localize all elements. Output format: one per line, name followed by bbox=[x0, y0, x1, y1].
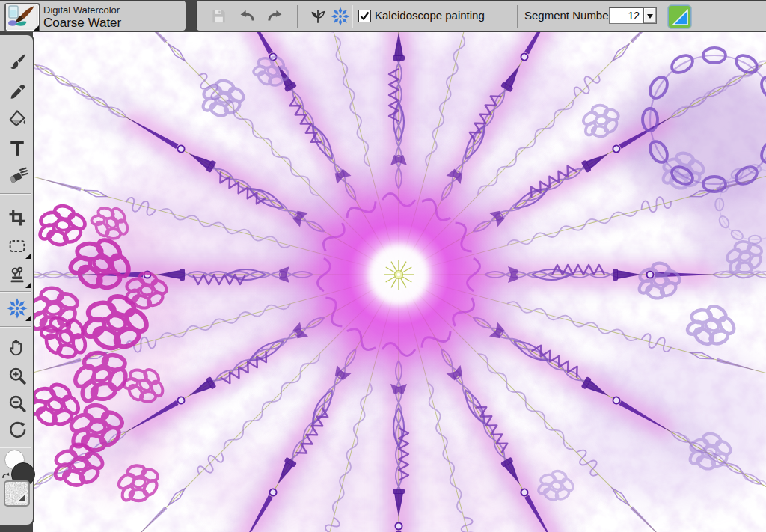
kaleidoscope-tool[interactable] bbox=[7, 298, 28, 319]
pan-hand-tool[interactable] bbox=[7, 337, 28, 358]
separator bbox=[352, 5, 352, 28]
separator bbox=[517, 5, 518, 28]
divider bbox=[0, 291, 31, 292]
color-swatch-corner-icon bbox=[668, 5, 690, 27]
zoom-out-tool[interactable] bbox=[7, 393, 28, 414]
kaleidoscope-icon bbox=[331, 7, 350, 26]
undo-button[interactable] bbox=[237, 7, 257, 26]
zoom-out-icon bbox=[7, 393, 28, 414]
fill-bucket-tool[interactable] bbox=[7, 108, 28, 129]
top-toolbar: Kaleidoscope painting Segment Number: bbox=[196, 0, 766, 31]
zoom-in-tool[interactable] bbox=[7, 365, 28, 386]
rotate-view-icon bbox=[7, 420, 28, 441]
paper-texture-swatch[interactable] bbox=[4, 480, 30, 507]
segment-number-input[interactable] bbox=[609, 7, 643, 24]
paint-application-window: Digital Watercolor Coarse Water bbox=[0, 0, 766, 532]
brush-name-label: Coarse Water bbox=[43, 16, 121, 31]
text-tool-icon bbox=[7, 138, 28, 159]
select-tool[interactable] bbox=[7, 236, 28, 257]
paint-brush-tool[interactable] bbox=[7, 52, 28, 73]
flyout-corner-icon bbox=[34, 25, 39, 31]
color-swatch-button[interactable] bbox=[667, 4, 692, 29]
eraser-icon bbox=[7, 165, 28, 186]
brush-preview-button[interactable] bbox=[4, 3, 40, 32]
save-icon bbox=[209, 7, 228, 26]
stamp-icon bbox=[7, 265, 28, 286]
redo-icon bbox=[266, 7, 285, 26]
kaleidoscope-mode-button[interactable] bbox=[331, 7, 350, 26]
kaleidoscope-checkbox[interactable] bbox=[358, 10, 371, 22]
save-button[interactable] bbox=[209, 7, 228, 26]
zoom-in-icon bbox=[7, 365, 28, 386]
brush-selector-panel: Digital Watercolor Coarse Water bbox=[0, 0, 186, 31]
segment-number-dropdown-button[interactable] bbox=[643, 7, 657, 24]
painting-canvas[interactable] bbox=[33, 32, 766, 532]
separator bbox=[297, 5, 298, 28]
divider bbox=[0, 326, 31, 327]
mirror-painting-icon bbox=[308, 7, 328, 26]
flyout-corner-icon bbox=[25, 283, 31, 288]
brush-preview-icon bbox=[6, 4, 36, 28]
brush-category-label: Digital Watercolor bbox=[43, 4, 120, 16]
crop-tool[interactable] bbox=[7, 207, 28, 228]
selection-marquee-icon bbox=[7, 236, 28, 257]
mirror-painting-button[interactable] bbox=[308, 7, 328, 26]
tool-panel bbox=[0, 34, 34, 526]
kaleidoscope-painting bbox=[33, 32, 766, 532]
hand-icon bbox=[7, 337, 28, 358]
divider bbox=[0, 447, 31, 447]
redo-button[interactable] bbox=[266, 7, 285, 26]
eyedropper-icon bbox=[7, 82, 28, 103]
color-picker-tool[interactable] bbox=[7, 82, 28, 103]
segment-number-label: Segment Number: bbox=[524, 9, 616, 22]
divider bbox=[0, 193, 31, 194]
fill-bucket-icon bbox=[7, 108, 28, 129]
text-tool[interactable] bbox=[7, 138, 28, 159]
swap-colors-icon[interactable] bbox=[1, 471, 10, 480]
paper-texture-icon bbox=[5, 482, 28, 505]
crop-icon bbox=[7, 207, 28, 228]
check-icon bbox=[359, 10, 370, 22]
undo-icon bbox=[237, 7, 257, 26]
flyout-corner-icon bbox=[25, 254, 31, 259]
flyout-corner-icon bbox=[25, 316, 31, 321]
rotate-view-tool[interactable] bbox=[7, 420, 28, 441]
paint-brush-icon bbox=[7, 52, 28, 73]
kaleidoscope-tool-icon bbox=[7, 298, 28, 319]
stamp-tool[interactable] bbox=[7, 265, 28, 286]
kaleidoscope-checkbox-label: Kaleidoscope painting bbox=[375, 9, 485, 22]
eraser-tool[interactable] bbox=[7, 165, 28, 186]
